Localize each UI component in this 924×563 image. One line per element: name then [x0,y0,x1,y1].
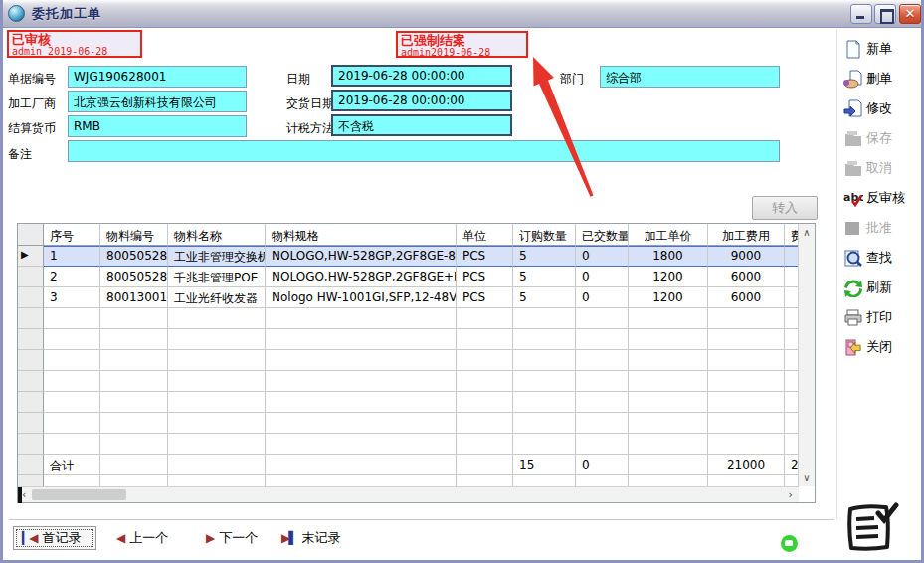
maximize-button[interactable] [874,4,896,24]
table-cell[interactable] [576,371,629,392]
table-empty-row[interactable] [18,371,799,392]
table-cell[interactable] [457,350,513,371]
row-marker[interactable] [18,434,44,455]
table-cell[interactable] [457,371,513,392]
delivery-date-field[interactable]: 2019-06-28 00:00:00 [331,90,512,111]
table-cell[interactable]: 工业光纤收发器 [168,287,266,308]
table-cell[interactable] [576,329,629,350]
table-cell[interactable]: PCS [457,267,513,287]
doc-no-field[interactable]: WJG190628001 [68,66,247,88]
table-empty-row[interactable] [18,413,799,434]
table-cell[interactable] [785,287,799,308]
table-cell[interactable] [708,308,785,329]
table-cell[interactable] [266,371,457,392]
horizontal-scrollbar[interactable]: ‹ › [18,486,799,502]
table-cell[interactable]: NOLOGO,HW-528GP,2GF8GE-8PC [266,246,457,267]
table-cell[interactable] [100,329,168,350]
table-cell[interactable] [785,392,799,413]
table-cell[interactable] [44,308,100,329]
table-cell[interactable] [168,392,266,413]
table-cell[interactable] [168,350,266,371]
prev-record-button[interactable]: ◀ 上一个 [108,526,176,550]
table-cell[interactable] [785,267,799,287]
row-marker[interactable] [18,413,44,434]
table-cell[interactable] [785,350,799,371]
table-cell[interactable]: 8001300103 [100,287,168,308]
remark-field[interactable] [68,140,780,162]
table-cell[interactable] [168,434,266,455]
row-marker[interactable] [18,329,44,350]
first-record-button[interactable]: ▎◀ 首记录 [13,526,96,550]
vertical-scrollbar[interactable]: ∧ ∨ [798,224,815,486]
new-doc-button[interactable]: 新单 [843,38,921,60]
table-cell[interactable] [513,350,576,371]
table-cell[interactable]: 3 [44,287,100,308]
table-cell[interactable] [708,329,785,350]
row-marker[interactable] [18,371,44,392]
tax-method-field[interactable]: 不含税 [331,114,512,136]
table-cell[interactable] [44,392,100,413]
table-cell[interactable] [513,329,576,350]
table-cell[interactable] [513,308,576,329]
table-row[interactable]: 38001300103工业光纤收发器Nologo HW-1001GI,SFP,1… [18,287,799,308]
table-cell[interactable] [576,392,629,413]
print-button[interactable]: 打印 [843,306,921,328]
date-field[interactable]: 2019-06-28 00:00:00 [331,65,512,87]
table-cell[interactable] [708,413,785,434]
table-empty-row[interactable] [18,434,799,455]
approve-button[interactable]: 批准 [843,217,921,239]
close-button[interactable] [899,4,921,24]
unaudit-button[interactable]: abc 反审核 [843,187,921,209]
edit-doc-button[interactable]: 修改 [843,97,921,119]
table-empty-row[interactable] [18,392,799,413]
table-cell[interactable] [708,350,785,371]
table-cell[interactable]: PCS [457,287,513,308]
table-cell[interactable] [44,329,100,350]
table-cell[interactable] [266,392,457,413]
table-cell[interactable]: 工业非管理交换机 [168,246,266,267]
table-cell[interactable] [457,329,513,350]
table-cell[interactable] [168,308,266,329]
table-cell[interactable] [44,350,100,371]
table-cell[interactable]: 千兆非管理POE [168,267,266,287]
hscroll-thumb[interactable] [32,489,126,500]
table-cell[interactable] [785,308,799,329]
table-cell[interactable]: 8005052810 [100,267,168,287]
delete-doc-button[interactable]: 删单 [843,68,921,90]
table-cell[interactable]: NOLOGO,HW-528GP,2GF8GE+PO [266,267,457,287]
table-cell[interactable] [785,246,799,267]
table-cell[interactable] [708,434,785,455]
table-cell[interactable] [266,413,457,434]
table-cell[interactable] [44,434,100,455]
table-cell[interactable] [629,413,708,434]
table-cell[interactable] [785,434,799,455]
table-cell[interactable]: 6000 [708,287,785,308]
row-marker[interactable] [18,350,44,371]
table-cell[interactable]: 0 [576,287,629,308]
table-cell[interactable]: 6000 [708,267,785,287]
table-cell[interactable]: 0 [576,267,629,287]
table-cell[interactable] [266,350,457,371]
row-marker[interactable] [18,267,44,287]
table-cell[interactable] [785,371,799,392]
table-cell[interactable] [168,413,266,434]
table-cell[interactable] [100,371,168,392]
table-cell[interactable]: 0 [576,246,629,267]
table-cell[interactable]: 1200 [629,287,708,308]
table-cell[interactable] [629,308,708,329]
table-cell[interactable] [629,350,708,371]
table-cell[interactable] [708,371,785,392]
currency-field[interactable]: RMB [68,115,247,137]
table-cell[interactable]: 8005052801 [100,246,168,267]
table-cell[interactable] [457,392,513,413]
close-form-button[interactable]: 关闭 [843,336,921,358]
table-cell[interactable] [266,329,457,350]
table-cell[interactable]: 2 [44,267,100,287]
row-marker[interactable]: ▶ [18,246,44,267]
table-cell[interactable] [457,434,513,455]
table-cell[interactable] [513,413,576,434]
table-cell[interactable] [100,392,168,413]
table-cell[interactable] [168,329,266,350]
title-bar[interactable]: 委托加工单 [0,0,924,28]
table-cell[interactable] [513,434,576,455]
